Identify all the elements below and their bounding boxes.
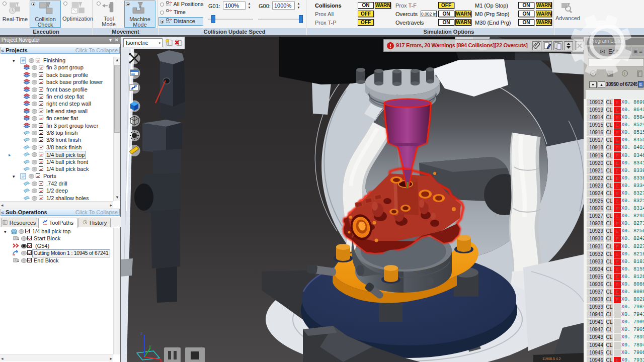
svg-text:z: z xyxy=(140,331,143,336)
svg-text:x: x xyxy=(159,358,162,362)
svg-text:y: y xyxy=(149,344,151,349)
svg-text:!: ! xyxy=(624,71,625,76)
svg-text:11908.5 4.2: 11908.5 4.2 xyxy=(542,357,561,360)
svg-text:S: S xyxy=(609,72,611,76)
